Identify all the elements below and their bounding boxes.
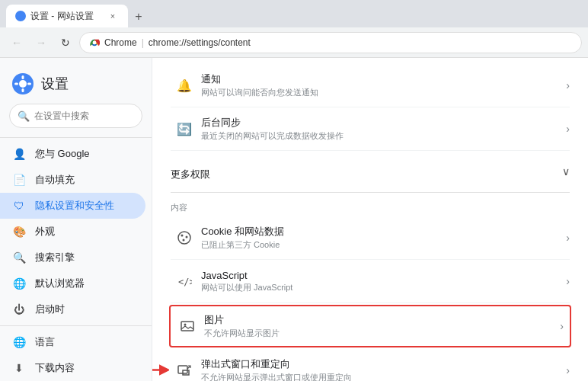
svg-point-16 — [184, 324, 187, 326]
forward-button[interactable]: → — [30, 32, 52, 53]
new-tab-button[interactable]: + — [128, 6, 149, 27]
cookies-desc: 已阻止第三方 Cookie — [201, 239, 566, 251]
javascript-text: JavaScript 网站可以使用 JavaScript — [201, 270, 566, 293]
sidebar-google-label: 您与 Google — [35, 147, 90, 161]
setting-item-cookies[interactable]: Cookie 和网站数据 已阻止第三方 Cookie › — [171, 216, 570, 260]
notifications-icon: 🔔 — [171, 72, 198, 99]
sidebar-autofill-icon: 📄 — [12, 173, 26, 187]
background-sync-text: 后台同步 最近关闭的网站可以完成数据收发操作 — [201, 116, 566, 142]
cookies-arrow: › — [566, 232, 570, 244]
notifications-text: 通知 网站可以询问能否向您发送通知 — [201, 72, 566, 98]
sidebar-divider-2 — [0, 325, 152, 326]
popups-name: 弹出式窗口和重定向 — [201, 357, 566, 371]
svg-point-11 — [181, 235, 184, 237]
svg-rect-6 — [22, 75, 24, 79]
sidebar-search-input[interactable] — [34, 110, 149, 121]
popups-text: 弹出式窗口和重定向 不允许网站显示弹出式窗口或使用重定向 — [201, 357, 566, 381]
sidebar-divider — [0, 137, 152, 138]
sidebar-item-search[interactable]: 🔍 搜索引擎 — [0, 245, 145, 271]
background-sync-name: 后台同步 — [201, 116, 566, 130]
main-layout: 设置 🔍 👤 您与 Google 📄 自动填充 🛡 隐私设置和安全性 🎨 外观 … — [0, 58, 588, 381]
sidebar-search[interactable]: 🔍 — [9, 104, 142, 128]
tab-title: 设置 - 网站设置 — [30, 10, 94, 23]
javascript-icon: </> — [171, 267, 198, 295]
popups-icon — [171, 357, 198, 381]
sidebar-item-startup[interactable]: ⏻ 启动时 — [0, 296, 145, 322]
sidebar: 设置 🔍 👤 您与 Google 📄 自动填充 🛡 隐私设置和安全性 🎨 外观 … — [0, 58, 152, 381]
address-input[interactable]: Chrome | chrome://settings/content — [79, 32, 582, 53]
sidebar-browser-label: 默认浏览器 — [35, 277, 85, 290]
background-sync-icon: 🔄 — [171, 115, 198, 142]
setting-item-javascript[interactable]: </> JavaScript 网站可以使用 JavaScript › — [171, 260, 570, 303]
svg-point-3 — [93, 40, 97, 44]
sidebar-item-language[interactable]: 🌐 语言 — [0, 329, 145, 355]
sidebar-item-appearance[interactable]: 🎨 外观 — [0, 219, 145, 245]
address-separator: | — [142, 37, 144, 48]
active-tab[interactable]: 设置 - 网站设置 × — [6, 5, 128, 27]
sidebar-search-icon: 🔍 — [18, 110, 30, 122]
sidebar-browser-icon: 🌐 — [12, 277, 26, 290]
setting-item-background-sync[interactable]: 🔄 后台同步 最近关闭的网站可以完成数据收发操作 › — [171, 107, 570, 151]
svg-rect-9 — [27, 83, 31, 85]
title-bar: 设置 - 网站设置 × + — [0, 0, 588, 27]
content-inner: 🔔 通知 网站可以询问能否向您发送通知 › 🔄 后台同步 最近关闭的网站可以完成… — [152, 58, 588, 381]
back-button[interactable]: ← — [6, 32, 27, 53]
sidebar-privacy-icon: 🛡 — [12, 199, 26, 213]
cookies-text: Cookie 和网站数据 已阻止第三方 Cookie — [201, 225, 566, 251]
setting-item-notifications[interactable]: 🔔 通知 网站可以询问能否向您发送通知 › — [171, 64, 570, 107]
images-desc: 不允许网站显示图片 — [204, 328, 560, 339]
content-area: 🔔 通知 网站可以询问能否向您发送通知 › 🔄 后台同步 最近关闭的网站可以完成… — [152, 58, 588, 381]
tab-close-button[interactable]: × — [107, 10, 119, 22]
svg-text:</>: </> — [178, 277, 192, 287]
popups-arrow: › — [566, 364, 570, 376]
images-icon — [174, 312, 201, 340]
sidebar-language-label: 语言 — [35, 335, 55, 349]
svg-rect-8 — [14, 83, 18, 85]
setting-item-popups[interactable]: 弹出式窗口和重定向 不允许网站显示弹出式窗口或使用重定向 › — [171, 349, 570, 381]
sidebar-autofill-label: 自动填充 — [35, 173, 75, 187]
more-permissions-header[interactable]: 更多权限 ∨ — [171, 151, 570, 193]
sidebar-item-autofill[interactable]: 📄 自动填充 — [0, 167, 145, 193]
sidebar-header: 设置 — [0, 58, 152, 104]
cookies-svg-icon — [177, 230, 192, 245]
sidebar-privacy-label: 隐私设置和安全性 — [35, 199, 114, 213]
svg-rect-7 — [22, 88, 24, 92]
notifications-desc: 网站可以询问能否向您发送通知 — [201, 87, 566, 98]
setting-item-images[interactable]: 图片 不允许网站显示图片 › — [169, 305, 571, 347]
javascript-name: JavaScript — [201, 270, 566, 281]
address-bar: ← → ↻ Chrome | chrome://settings/content — [0, 27, 588, 58]
javascript-desc: 网站可以使用 JavaScript — [201, 282, 566, 293]
url-text: chrome://settings/content — [149, 37, 251, 48]
settings-logo-icon — [12, 73, 34, 94]
tab-area: 设置 - 网站设置 × + — [6, 0, 149, 27]
images-svg-icon — [180, 319, 195, 334]
sidebar-title: 设置 — [41, 75, 69, 93]
chrome-label: Chrome — [104, 37, 137, 48]
cookies-icon — [171, 224, 198, 251]
sidebar-item-downloads[interactable]: ⬇ 下载内容 — [0, 355, 145, 381]
chrome-logo-icon — [89, 37, 100, 48]
sidebar-startup-icon: ⏻ — [12, 303, 26, 316]
svg-point-13 — [183, 239, 185, 242]
sidebar-item-browser[interactable]: 🌐 默认浏览器 — [0, 271, 145, 296]
sidebar-startup-label: 启动时 — [35, 303, 65, 316]
javascript-arrow: › — [566, 275, 570, 287]
background-sync-desc: 最近关闭的网站可以完成数据收发操作 — [201, 130, 566, 142]
popups-svg-icon — [177, 363, 192, 378]
sidebar-search-eng-icon: 🔍 — [12, 251, 26, 264]
reload-button[interactable]: ↻ — [55, 32, 76, 53]
sidebar-item-google[interactable]: 👤 您与 Google — [0, 141, 145, 167]
more-permissions-title: 更多权限 — [171, 158, 210, 184]
svg-point-0 — [18, 13, 24, 19]
svg-point-12 — [186, 236, 188, 239]
svg-point-5 — [19, 80, 27, 88]
red-arrow-indicator — [152, 359, 169, 381]
sidebar-appearance-icon: 🎨 — [12, 225, 26, 239]
sidebar-item-privacy[interactable]: 🛡 隐私设置和安全性 — [0, 193, 145, 219]
svg-rect-15 — [181, 322, 193, 331]
svg-point-10 — [178, 232, 190, 244]
notifications-name: 通知 — [201, 72, 566, 86]
javascript-svg-icon: </> — [177, 274, 192, 289]
images-name: 图片 — [204, 313, 560, 327]
notifications-arrow: › — [566, 79, 570, 91]
